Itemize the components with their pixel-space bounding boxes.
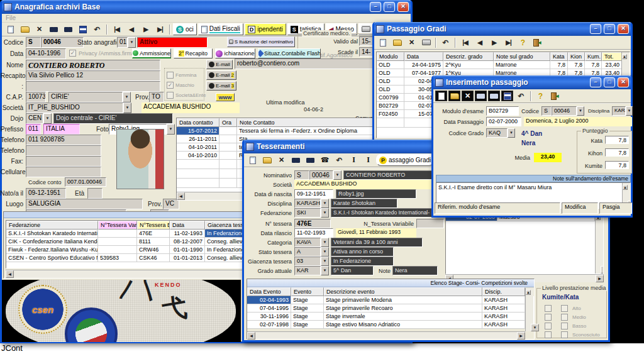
table-row[interactable]: 07-04-1995StageStage primaverile Recoaro… — [247, 304, 534, 313]
kata-field[interactable]: 7,8 — [605, 136, 629, 144]
scroll-left-icon[interactable]: ◀ — [247, 332, 255, 340]
exit-button[interactable]: ◀ — [548, 90, 562, 102]
events-vscrollbar[interactable]: ▲▼ — [525, 288, 533, 331]
list-vscrollbar[interactable]: ▲▼ — [595, 213, 603, 274]
scroll-left-icon[interactable]: ◀ — [177, 192, 185, 200]
kihon-field[interactable]: 7,8 — [605, 148, 629, 157]
maximize-button[interactable]: □ — [604, 24, 615, 34]
new-button[interactable] — [4, 23, 17, 35]
email-field[interactable]: roberto@contiero.com — [235, 58, 374, 69]
dojo-dropdown[interactable]: ▼ — [43, 113, 52, 124]
kumite-field[interactable]: 7,8 — [605, 161, 629, 169]
categoria-code-field[interactable]: KAVA — [294, 238, 321, 247]
close-button[interactable]: ✕ — [618, 77, 629, 87]
nav-prev-button[interactable]: ◀ — [473, 36, 486, 48]
passaggio-titlebar[interactable]: Passaggio Gradi – □ ✕ — [374, 22, 631, 36]
luogo-field[interactable]: SALUGGIA — [26, 199, 143, 209]
passaggio-gradi-button[interactable]: Passaggio Gradi — [376, 154, 434, 166]
kata-alto-checkbox[interactable] — [561, 305, 568, 312]
minimize-button[interactable]: – — [590, 77, 601, 87]
table-row[interactable]: 02-07-1998StageStage estivo Misano Adria… — [247, 321, 534, 329]
data-passaggio-field[interactable]: 02-07-2000 — [486, 117, 521, 126]
scroll-up-icon[interactable]: ▲ — [526, 290, 531, 295]
citta-field[interactable]: CIRIE' — [48, 92, 123, 102]
giacenza-code-field[interactable]: 03 — [294, 257, 321, 266]
find-record-button[interactable] — [62, 23, 75, 35]
table-row[interactable]: 30-11-1996StageStage invernaleKARASH — [247, 313, 534, 321]
pass-col-kum[interactable]: Kum. — [585, 52, 602, 61]
scroll-up-icon[interactable]: ▲ — [622, 54, 627, 59]
telefono2-field[interactable] — [26, 145, 101, 156]
nav-first-button[interactable]: |◀ — [110, 23, 123, 35]
contacts-col-data[interactable]: Data contatto — [177, 118, 219, 127]
kumite-sconosciuto-checkbox[interactable] — [545, 331, 552, 338]
phone-button[interactable]: ☎ — [318, 154, 331, 166]
grado-dropdown[interactable]: ▼ — [321, 266, 329, 275]
situaz-contabile-button[interactable]: Situaz.Contabile Flash — [258, 48, 321, 58]
cap-field[interactable]: 10073 — [26, 92, 46, 102]
menu-file[interactable]: File — [6, 14, 16, 21]
pass-col-kion[interactable]: Kion — [568, 52, 585, 61]
find-button[interactable] — [475, 91, 487, 101]
email2-button[interactable]: E-mail2 — [206, 70, 236, 80]
kumite-alto-checkbox[interactable] — [545, 305, 552, 312]
nato-il-field[interactable]: 09-12-1951 — [26, 188, 66, 199]
eta-field[interactable] — [87, 188, 103, 199]
citta-dropdown[interactable]: ▼ — [123, 92, 131, 102]
societa-code-field[interactable]: IT_PIE_BUSHIDO — [26, 102, 123, 113]
scroll-down-icon[interactable]: ▼ — [531, 324, 539, 331]
fed-col-var[interactable]: N°Tessera Var. — [98, 221, 137, 230]
pass-col-note[interactable]: Note sul grado — [494, 52, 550, 61]
codice-tipo-field[interactable]: S — [26, 37, 41, 48]
categoria-dropdown[interactable]: ▼ — [321, 238, 329, 247]
contacts-col-ora[interactable]: Ora — [219, 118, 237, 127]
undo-button[interactable]: ↶ — [439, 36, 452, 48]
federazione-code-field[interactable]: SKI — [294, 208, 321, 218]
dichiarazione-button[interactable]: ichiarazione — [215, 48, 255, 58]
recapito2-button[interactable]: 2°Recapito — [174, 48, 213, 58]
find-button[interactable] — [47, 23, 60, 35]
find-button[interactable] — [289, 154, 303, 166]
rilascio-field[interactable]: 11-02-1993 — [294, 228, 333, 238]
foto-dropdown[interactable]: ▼ — [167, 124, 175, 135]
open-button[interactable] — [260, 154, 274, 166]
privacy-checkbox[interactable]: ✓ — [69, 50, 76, 57]
undo-button[interactable]: ↶ — [514, 90, 528, 102]
new-button[interactable] — [435, 91, 447, 101]
kata-medio-checkbox[interactable] — [561, 314, 568, 321]
stato-dropdown[interactable]: ▼ — [128, 37, 136, 48]
societa-dropdown[interactable]: ▼ — [123, 102, 131, 113]
nav-first-button[interactable]: |◀ — [458, 36, 472, 48]
nominativo-tipo-field[interactable]: S — [294, 170, 309, 180]
table-row[interactable]: OLD24-04-19752^KyuMarrone7,87,87,823,40 — [377, 61, 630, 69]
find-record-button[interactable] — [488, 91, 500, 101]
delete-button[interactable]: ✕ — [33, 23, 46, 35]
scroll-right-icon[interactable]: ▶ — [517, 332, 525, 340]
undo-button[interactable]: ↶ — [333, 154, 346, 166]
pass-col-modulo[interactable]: Modulo — [377, 52, 404, 61]
nominativo-dropdown[interactable]: ▼ — [333, 170, 341, 180]
stato-dropdown[interactable]: ▼ — [321, 247, 329, 257]
close-button[interactable]: ✕ — [397, 2, 409, 12]
pass-col-descr[interactable]: Descriz. grado — [443, 52, 494, 61]
prov-field[interactable]: TO — [149, 92, 164, 102]
nav-prev-button[interactable]: ◀ — [125, 23, 138, 35]
events-col-descr[interactable]: Descrizione evento — [324, 287, 482, 296]
scroll-up-icon[interactable]: ▲ — [623, 185, 628, 190]
stato-code-field[interactable]: 01 — [117, 37, 128, 48]
recapito-line2-field[interactable] — [26, 81, 160, 92]
table-row[interactable]: 02-04-1993StageStage primaverile ModenaK… — [247, 296, 534, 304]
nav-last-button[interactable]: ▶| — [502, 36, 515, 48]
data-field[interactable]: 04-10-1996 — [26, 48, 66, 59]
find-record-button[interactable] — [304, 154, 317, 166]
codice-grado-field[interactable]: KAQ — [486, 128, 508, 138]
email3-button[interactable]: E-mail3 — [206, 81, 236, 91]
help-button[interactable]: ? — [534, 90, 547, 102]
scroll-right-icon[interactable]: ▶ — [596, 275, 604, 282]
nav-next-button[interactable]: ▶ — [139, 23, 152, 35]
inserimento-titlebar[interactable]: Inserimento passaggio – □ ✕ — [433, 75, 631, 89]
minimize-button[interactable]: – — [590, 24, 601, 34]
delete-button[interactable]: ✕ — [462, 91, 474, 101]
scroll-down-icon[interactable]: ▼ — [601, 266, 604, 274]
save-button[interactable] — [76, 23, 89, 35]
